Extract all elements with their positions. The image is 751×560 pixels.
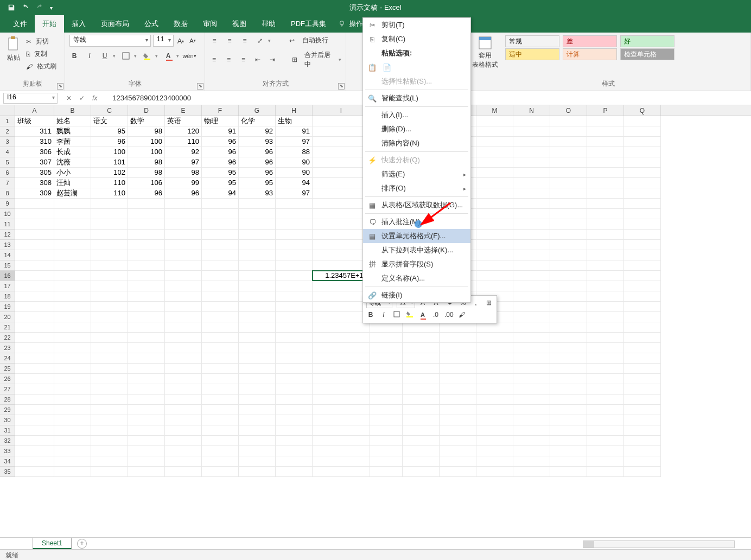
paste-option-icon[interactable]: 📄	[383, 63, 391, 72]
cell[interactable]: 生物	[276, 116, 313, 126]
cell[interactable]: 308	[15, 178, 54, 188]
cell[interactable]	[513, 425, 550, 436]
cell[interactable]	[128, 394, 165, 405]
cell[interactable]	[202, 281, 239, 291]
cell[interactable]	[403, 436, 440, 446]
cell[interactable]	[54, 415, 91, 425]
cell[interactable]	[313, 126, 370, 137]
cell[interactable]	[624, 425, 661, 436]
cell[interactable]	[476, 436, 513, 446]
cell[interactable]	[624, 250, 661, 260]
row-header[interactable]: 5	[0, 157, 15, 168]
cell[interactable]	[587, 446, 624, 456]
mini-italic-button[interactable]: I	[379, 311, 388, 320]
mini-merge-icon[interactable]: ⊞	[485, 299, 493, 308]
cell[interactable]	[239, 312, 276, 322]
cell[interactable]	[550, 199, 587, 209]
cell[interactable]	[202, 394, 239, 405]
cell[interactable]	[370, 322, 403, 333]
cell[interactable]	[276, 405, 313, 415]
ctx-item[interactable]: 🔍智能查找(L)	[363, 91, 470, 105]
cell[interactable]	[15, 394, 54, 405]
tab-insert[interactable]: 插入	[64, 15, 93, 33]
cell[interactable]	[587, 425, 624, 436]
cell[interactable]	[624, 271, 661, 281]
cell[interactable]	[239, 425, 276, 436]
cell[interactable]	[239, 291, 276, 302]
cell[interactable]	[513, 456, 550, 467]
cell[interactable]	[15, 219, 54, 230]
cell[interactable]	[624, 168, 661, 178]
cell[interactable]	[276, 425, 313, 436]
cell[interactable]	[550, 157, 587, 168]
tab-home[interactable]: 开始	[35, 15, 64, 33]
save-icon[interactable]	[8, 4, 15, 11]
cell[interactable]	[128, 456, 165, 467]
cell[interactable]: 101	[91, 157, 128, 168]
cell[interactable]: 309	[15, 188, 54, 199]
style-good[interactable]: 好	[620, 35, 674, 47]
new-sheet-button[interactable]: +	[77, 539, 87, 549]
row-header[interactable]: 9	[0, 199, 15, 209]
cell[interactable]	[587, 322, 624, 333]
cell[interactable]	[165, 446, 202, 456]
cell[interactable]	[165, 219, 202, 230]
cell[interactable]	[513, 260, 550, 271]
ctx-item[interactable]: 🔗链接(I)	[363, 288, 470, 302]
ctx-item[interactable]: 筛选(E)▸	[363, 167, 470, 181]
cell[interactable]	[550, 353, 587, 364]
cell[interactable]	[239, 240, 276, 250]
row-header[interactable]: 22	[0, 333, 15, 343]
cell[interactable]: 90	[276, 157, 313, 168]
cell[interactable]	[313, 384, 370, 394]
cell[interactable]	[128, 333, 165, 343]
cell[interactable]	[15, 415, 54, 425]
cell[interactable]	[165, 343, 202, 353]
cell[interactable]	[165, 199, 202, 209]
cell[interactable]	[624, 394, 661, 405]
cell[interactable]	[202, 260, 239, 271]
cell[interactable]	[276, 456, 313, 467]
row-header[interactable]: 17	[0, 281, 15, 291]
cell[interactable]	[476, 271, 513, 281]
cell[interactable]	[128, 219, 165, 230]
cell[interactable]	[313, 157, 370, 168]
cell[interactable]	[550, 364, 587, 374]
cell[interactable]	[403, 353, 440, 364]
cell[interactable]: 1.23457E+19	[313, 271, 370, 281]
cell[interactable]	[587, 219, 624, 230]
cell[interactable]	[91, 291, 128, 302]
cell[interactable]	[587, 147, 624, 157]
cell[interactable]	[15, 230, 54, 240]
cell[interactable]	[128, 250, 165, 260]
cell[interactable]	[15, 209, 54, 219]
cell[interactable]	[165, 209, 202, 219]
cell[interactable]	[513, 436, 550, 446]
cell[interactable]: 长成	[54, 147, 91, 157]
cell[interactable]	[587, 364, 624, 374]
cell[interactable]	[513, 157, 550, 168]
cell[interactable]: 98	[128, 126, 165, 137]
context-menu[interactable]: ✂剪切(T)⎘复制(C)粘贴选项:📋📄选择性粘贴(S)...🔍智能查找(L)插入…	[362, 17, 471, 303]
style-calc[interactable]: 计算	[563, 48, 617, 60]
cell[interactable]	[440, 394, 476, 405]
cell[interactable]	[476, 364, 513, 374]
cell[interactable]	[15, 322, 54, 333]
cell[interactable]	[550, 250, 587, 260]
cell[interactable]: 95	[202, 178, 239, 188]
increase-font-icon[interactable]: A▴	[176, 36, 186, 46]
cell[interactable]	[54, 209, 91, 219]
cell[interactable]	[91, 456, 128, 467]
cell[interactable]	[202, 446, 239, 456]
cell[interactable]	[239, 302, 276, 312]
cancel-formula-icon[interactable]: ✕	[66, 94, 72, 102]
cell[interactable]	[476, 394, 513, 405]
cell[interactable]	[513, 178, 550, 188]
ctx-item[interactable]: ⎘复制(C)	[363, 32, 470, 46]
cell[interactable]	[624, 384, 661, 394]
mini-fill-button[interactable]	[405, 311, 414, 320]
cell[interactable]	[313, 199, 370, 209]
cell[interactable]	[276, 240, 313, 250]
cell[interactable]	[476, 384, 513, 394]
cell[interactable]	[313, 322, 370, 333]
